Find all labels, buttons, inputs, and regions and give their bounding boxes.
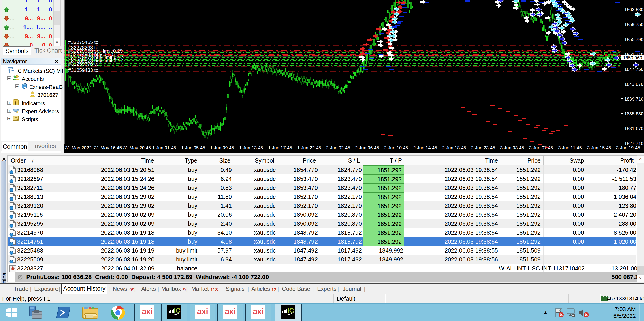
svg-text:1 Jun 17:45: 1 Jun 17:45 [268, 145, 292, 150]
svg-text:3 Jun 03:45: 3 Jun 03:45 [500, 145, 524, 150]
svg-text:2 Jun 23:45: 2 Jun 23:45 [471, 145, 495, 150]
svg-text:1831.670: 1831.670 [624, 126, 644, 131]
svg-text:1 Jun 22:45: 1 Jun 22:45 [297, 145, 321, 150]
svg-text:#31259676 tp: #31259676 tp [68, 61, 98, 67]
svg-text:2 Jun 18:45: 2 Jun 18:45 [442, 145, 466, 150]
svg-text:#32275455 tp: #32275455 tp [68, 40, 98, 45]
svg-text:1 Jun 13:45: 1 Jun 13:45 [239, 145, 263, 150]
svg-text:1843.670: 1843.670 [624, 82, 644, 87]
svg-text:31 May 2022: 31 May 2022 [65, 145, 92, 150]
svg-text:31 May 16:45: 31 May 16:45 [94, 145, 122, 150]
svg-text:2 Jun 10:45: 2 Jun 10:45 [384, 145, 408, 150]
svg-text:2 Jun 02:45: 2 Jun 02:45 [326, 145, 350, 150]
svg-text:3 Jun 07:45: 3 Jun 07:45 [529, 145, 553, 150]
svg-text:31 May 20:45: 31 May 20:45 [123, 145, 151, 150]
svg-text:1 Jun 01:45: 1 Jun 01:45 [152, 145, 176, 150]
svg-text:#31259433 tp: #31259433 tp [68, 68, 98, 73]
svg-text:1859.750: 1859.750 [624, 22, 644, 27]
svg-text:1 Jun 09:45: 1 Jun 09:45 [210, 145, 234, 150]
svg-text:1855.790: 1855.790 [624, 37, 644, 42]
svg-text:3 Jun 15:45: 3 Jun 15:45 [587, 145, 611, 150]
svg-text:1847.750: 1847.750 [624, 66, 644, 72]
svg-text:3 Jun 11:45: 3 Jun 11:45 [558, 145, 582, 150]
svg-text:1839.710: 1839.710 [624, 96, 644, 102]
svg-text:1835.630: 1835.630 [624, 111, 644, 116]
svg-text:3 Jun 19:45: 3 Jun 19:45 [616, 145, 640, 150]
svg-text:1 Jun 05:45: 1 Jun 05:45 [181, 145, 205, 150]
svg-text:1850.960: 1850.960 [623, 55, 642, 60]
svg-text:2 Jun 14:45: 2 Jun 14:45 [413, 145, 437, 150]
svg-text:1863.830: 1863.830 [624, 7, 644, 12]
svg-text:2 Jun 06:45: 2 Jun 06:45 [355, 145, 379, 150]
